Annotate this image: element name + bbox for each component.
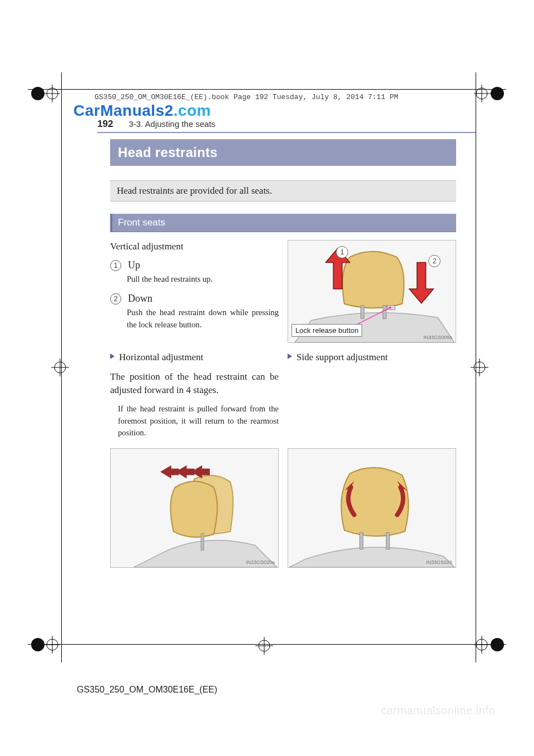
row-headings: Horizontal adjustment The position of th…	[110, 351, 456, 439]
figure-code: IN33GS026	[426, 559, 452, 565]
step-note: Push the head restraint down while press…	[127, 307, 279, 331]
step-note: Pull the head restraints up.	[127, 273, 279, 286]
step-label: Down	[128, 293, 152, 304]
figure-row: IN33GS020a	[110, 448, 456, 568]
headrest-horizontal-svg	[111, 449, 278, 567]
row-vertical: Vertical adjustment 1 Up Pull the head r…	[110, 240, 456, 343]
registration-mark-icon	[49, 356, 71, 379]
watermark-top: CarManuals2.com	[73, 102, 211, 120]
svg-rect-25	[361, 306, 364, 319]
figure-horizontal-adjustment: IN33GS020a	[110, 448, 279, 568]
intro-bar: Head restraints are provided for all sea…	[110, 180, 456, 202]
step-down: 2 Down	[110, 293, 279, 305]
step-number-icon: 2	[110, 293, 121, 305]
horizontal-heading-text: Horizontal adjustment	[119, 352, 204, 362]
vertical-heading: Vertical adjustment	[110, 240, 279, 254]
page: GS350_250_OM_OM30E16E_(EE).book Page 192…	[0, 0, 534, 756]
lock-release-callout: Lock release button	[291, 324, 362, 337]
svg-point-8	[31, 638, 44, 651]
watermark-part-a: CarManuals2	[73, 102, 174, 119]
registration-mark-icon	[29, 629, 60, 660]
triangle-bullet-icon	[110, 354, 115, 359]
svg-point-0	[31, 87, 44, 100]
svg-point-29	[389, 307, 391, 309]
crop-line-top	[28, 89, 506, 90]
side-heading-text: Side support adjustment	[296, 352, 388, 362]
col-left: Vertical adjustment 1 Up Pull the head r…	[110, 240, 279, 343]
figure-badge-1: 1	[336, 246, 348, 258]
figure-wrap: IN33GS020a	[110, 448, 279, 568]
section-label: 3-3. Adjusting the seats	[128, 119, 215, 129]
registration-mark-icon	[474, 78, 505, 109]
triangle-bullet-icon	[288, 354, 292, 359]
col-right: Side support adjustment	[288, 351, 456, 439]
svg-rect-31	[360, 533, 363, 549]
footer-code: GS350_250_OM_OM30E16E_(EE)	[77, 685, 217, 695]
registration-mark-icon	[474, 629, 505, 660]
side-heading: Side support adjustment	[288, 351, 456, 365]
step-label: Up	[128, 259, 140, 271]
figure-wrap: IN33GS026	[288, 448, 456, 568]
svg-rect-30	[201, 534, 204, 551]
watermark-part-b: .com	[174, 102, 211, 119]
figure-vertical-adjustment: 1 2 Lock release button IN33GS009a	[288, 240, 456, 343]
front-seats-heading: Front seats	[110, 214, 456, 232]
svg-point-15	[491, 638, 504, 651]
page-title: Head restraints	[110, 139, 456, 166]
content-column: Head restraints Head restraints are prov…	[110, 139, 456, 568]
registration-mark-icon	[253, 635, 275, 657]
horizontal-body: The position of the head restraint can b…	[110, 370, 279, 397]
horizontal-heading: Horizontal adjustment	[110, 351, 279, 365]
book-meta-line: GS350_250_OM_OM30E16E_(EE).book Page 192…	[95, 93, 398, 101]
registration-mark-icon	[468, 356, 491, 379]
svg-rect-32	[386, 533, 389, 549]
figure-code: IN33GS020a	[246, 559, 275, 565]
svg-rect-26	[383, 306, 386, 319]
registration-mark-icon	[29, 78, 60, 109]
col-right: 1 2 Lock release button IN33GS009a	[288, 240, 456, 343]
col-left: Horizontal adjustment The position of th…	[110, 351, 279, 439]
step-up: 1 Up	[110, 259, 279, 271]
watermark-bottom: carmanualsonline.info	[381, 704, 495, 717]
figure-code: IN33GS009a	[423, 335, 452, 340]
headrest-side-svg	[288, 449, 456, 567]
running-header: 192 3-3. Adjusting the seats	[97, 119, 476, 133]
svg-point-7	[491, 87, 504, 100]
step-number-icon: 1	[110, 260, 121, 271]
page-number: 192	[97, 119, 113, 130]
figure-badge-2: 2	[428, 255, 441, 267]
horizontal-note: If the head restraint is pulled forward …	[118, 403, 279, 439]
figure-side-support: IN33GS026	[288, 448, 456, 568]
